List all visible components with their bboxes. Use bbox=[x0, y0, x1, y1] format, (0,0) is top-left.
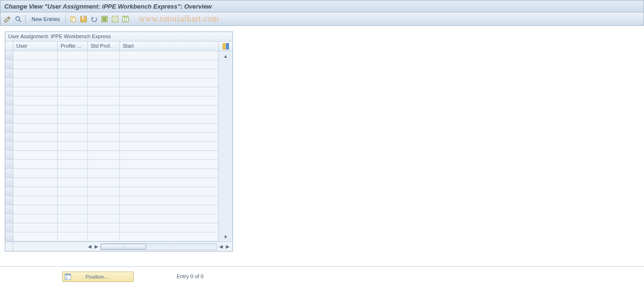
vertical-scrollbar[interactable]: ▲ ▼ bbox=[219, 51, 232, 241]
cell-std-prof[interactable] bbox=[88, 151, 120, 159]
cell-std-prof[interactable] bbox=[88, 196, 120, 205]
cell-start[interactable] bbox=[120, 133, 217, 141]
cell-user[interactable] bbox=[13, 214, 58, 223]
copy-icon[interactable] bbox=[69, 15, 77, 23]
row-selector[interactable] bbox=[5, 69, 13, 78]
table-settings-icon[interactable] bbox=[121, 15, 130, 23]
select-all-icon[interactable] bbox=[100, 15, 109, 23]
cell-profile[interactable] bbox=[58, 142, 88, 150]
table-row[interactable] bbox=[5, 105, 218, 115]
cell-profile[interactable] bbox=[58, 232, 88, 241]
row-selector[interactable] bbox=[5, 133, 13, 141]
cell-std-prof[interactable] bbox=[88, 133, 120, 141]
cell-profile[interactable] bbox=[58, 115, 88, 123]
cell-user[interactable] bbox=[13, 115, 58, 123]
configure-columns-icon[interactable] bbox=[219, 42, 232, 51]
table-row[interactable] bbox=[5, 169, 218, 178]
cell-profile[interactable] bbox=[58, 87, 88, 96]
cell-user[interactable] bbox=[13, 160, 58, 168]
cell-profile[interactable] bbox=[58, 60, 88, 69]
table-row[interactable] bbox=[5, 232, 218, 241]
cell-user[interactable] bbox=[13, 78, 58, 87]
cell-user[interactable] bbox=[13, 142, 58, 150]
cell-start[interactable] bbox=[120, 205, 217, 214]
table-row[interactable] bbox=[5, 51, 218, 60]
cell-start[interactable] bbox=[120, 196, 217, 205]
cell-profile[interactable] bbox=[58, 196, 88, 205]
scroll-right-icon[interactable]: ▶ bbox=[94, 243, 99, 250]
scroll-right-end-icon[interactable]: ▶ bbox=[225, 243, 231, 250]
row-selector[interactable] bbox=[5, 78, 13, 87]
cell-profile[interactable] bbox=[58, 69, 88, 78]
row-selector[interactable] bbox=[5, 105, 13, 114]
row-selector[interactable] bbox=[5, 232, 13, 241]
cell-start[interactable] bbox=[120, 223, 217, 232]
cell-std-prof[interactable] bbox=[88, 87, 120, 96]
table-row[interactable] bbox=[5, 151, 218, 160]
cell-start[interactable] bbox=[120, 96, 217, 105]
cell-start[interactable] bbox=[120, 51, 217, 60]
cell-start[interactable] bbox=[120, 124, 217, 132]
row-selector[interactable] bbox=[5, 115, 13, 123]
cell-profile[interactable] bbox=[58, 51, 88, 60]
row-selector[interactable] bbox=[5, 214, 13, 223]
cell-user[interactable] bbox=[13, 223, 58, 232]
cell-user[interactable] bbox=[13, 124, 58, 132]
column-header-std-prof[interactable]: Std Prof. bbox=[88, 42, 120, 51]
cell-std-prof[interactable] bbox=[88, 60, 120, 69]
cell-user[interactable] bbox=[13, 187, 58, 196]
scroll-track[interactable] bbox=[222, 61, 229, 232]
table-row[interactable] bbox=[5, 87, 218, 96]
cell-start[interactable] bbox=[120, 69, 217, 78]
change-icon[interactable] bbox=[3, 15, 12, 23]
cell-profile[interactable] bbox=[58, 223, 88, 232]
cell-std-prof[interactable] bbox=[88, 214, 120, 223]
cell-start[interactable] bbox=[120, 169, 217, 178]
undo-icon[interactable] bbox=[90, 15, 98, 23]
scroll-up-icon[interactable]: ▲ bbox=[222, 52, 229, 59]
cell-start[interactable] bbox=[120, 178, 217, 187]
position-button[interactable]: Position... bbox=[62, 272, 134, 282]
cell-user[interactable] bbox=[13, 69, 58, 78]
cell-user[interactable] bbox=[13, 96, 58, 105]
table-row[interactable] bbox=[5, 69, 218, 78]
cell-std-prof[interactable] bbox=[88, 51, 120, 60]
cell-profile[interactable] bbox=[58, 133, 88, 141]
cell-std-prof[interactable] bbox=[88, 69, 120, 78]
cell-start[interactable] bbox=[120, 105, 217, 114]
cell-profile[interactable] bbox=[58, 96, 88, 105]
row-selector[interactable] bbox=[5, 87, 13, 96]
cell-start[interactable] bbox=[120, 160, 217, 168]
row-selector[interactable] bbox=[5, 124, 13, 132]
cell-user[interactable] bbox=[13, 151, 58, 159]
column-header-profile[interactable]: Profile ... bbox=[58, 42, 88, 51]
table-row[interactable] bbox=[5, 196, 218, 205]
row-selector[interactable] bbox=[5, 187, 13, 196]
scroll-left-icon[interactable]: ◀ bbox=[87, 243, 93, 250]
cell-std-prof[interactable] bbox=[88, 142, 120, 150]
row-selector-header[interactable] bbox=[5, 42, 13, 51]
cell-start[interactable] bbox=[120, 151, 217, 159]
cell-std-prof[interactable] bbox=[88, 115, 120, 123]
table-row[interactable] bbox=[5, 115, 218, 124]
table-row[interactable] bbox=[5, 223, 218, 232]
cell-user[interactable] bbox=[13, 205, 58, 214]
row-selector[interactable] bbox=[5, 142, 13, 150]
cell-profile[interactable] bbox=[58, 169, 88, 178]
row-selector[interactable] bbox=[5, 169, 13, 178]
cell-profile[interactable] bbox=[58, 160, 88, 168]
table-row[interactable] bbox=[5, 96, 218, 105]
cell-std-prof[interactable] bbox=[88, 124, 120, 132]
cell-start[interactable] bbox=[120, 87, 217, 96]
row-selector[interactable] bbox=[5, 178, 13, 187]
hscroll-track[interactable]: ::: bbox=[100, 243, 217, 250]
scroll-left-end-icon[interactable]: ◀ bbox=[218, 243, 224, 250]
row-selector[interactable] bbox=[5, 223, 13, 232]
column-header-start[interactable]: Start bbox=[120, 42, 217, 51]
cell-std-prof[interactable] bbox=[88, 187, 120, 196]
column-header-user[interactable]: User bbox=[13, 42, 58, 51]
cell-profile[interactable] bbox=[58, 205, 88, 214]
table-row[interactable] bbox=[5, 214, 218, 223]
cell-std-prof[interactable] bbox=[88, 232, 120, 241]
cell-start[interactable] bbox=[120, 187, 217, 196]
